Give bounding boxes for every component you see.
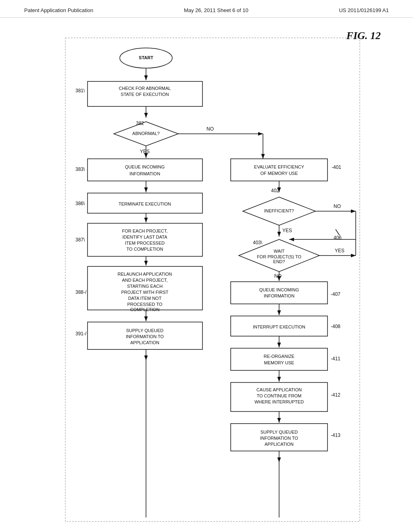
node-383-text: QUEUE INCOMING xyxy=(125,164,165,169)
header-patent-number: US 2011/0126199 A1 xyxy=(339,7,389,13)
node-411-text1: RE-ORGANIZE xyxy=(264,354,294,359)
label-383: 383\ xyxy=(75,166,85,172)
header: Patent Application Publication May 26, 2… xyxy=(0,0,413,18)
yes-label-403: YES xyxy=(335,248,344,254)
node-388-text4: PROJECT WITH FIRST xyxy=(121,290,168,295)
node-381-text2: STATE OF EXECUTION xyxy=(121,92,169,97)
node-413-text2: INFORMATION TO xyxy=(260,436,298,441)
node-403-text1: WAIT xyxy=(273,249,284,254)
label-411: -411 xyxy=(331,356,340,362)
yes-label-402: YES xyxy=(282,228,292,233)
node-387-text4: TO COMPLETION xyxy=(127,247,163,251)
label-386: 386\ xyxy=(75,201,85,206)
header-date-sheet: May 26, 2011 Sheet 6 of 10 xyxy=(184,7,248,13)
header-publication: Patent Application Publication xyxy=(24,7,93,13)
node-388-text7: COMPLETION xyxy=(130,307,160,312)
node-388-text2: AND EACH PROJECT, xyxy=(122,278,167,283)
node-388-text5: DATA ITEM NOT xyxy=(128,296,162,301)
label-401: -401 xyxy=(332,164,341,170)
node-403-text2: FOR PROJECT(S) TO xyxy=(257,254,302,259)
node-412-text1: CAUSE APPLICATION xyxy=(257,387,302,392)
node-411-text2: MEMORY USE xyxy=(264,360,294,365)
node-382-text: ABNORMAL? xyxy=(132,131,160,136)
label-412: -412 xyxy=(331,392,340,398)
no-label-402: NO xyxy=(334,204,341,209)
node-388-text6: PROCESSED TO xyxy=(127,302,162,307)
yes-label-382: YES xyxy=(140,149,150,154)
node-413-text1: SUPPLY QUEUED xyxy=(261,430,298,434)
no-label-403: NO xyxy=(274,273,282,279)
node-412-text3: WHERE INTERRUPTED xyxy=(254,399,304,404)
svg-rect-37 xyxy=(231,348,327,370)
svg-rect-33 xyxy=(231,282,327,304)
svg-rect-9 xyxy=(88,159,202,181)
label-407: -407 xyxy=(331,291,340,297)
node-407-text2: INFORMATION xyxy=(264,293,294,298)
node-383-text2: INFORMATION xyxy=(129,171,160,176)
svg-line-28 xyxy=(336,229,340,235)
node-391-text3: APPLICATION xyxy=(130,340,159,345)
main-content: FIG. 12 START 381\ xyxy=(0,18,413,532)
node-408-text: INTERRUPT EXECUTION xyxy=(253,324,305,329)
node-407-text1: QUEUE INCOMING xyxy=(259,287,299,292)
node-412-text2: TO CONTINUE FROM xyxy=(257,393,301,398)
node-391-text1: SUPPLY QUEUED xyxy=(126,328,164,333)
label-408: -408 xyxy=(331,324,340,329)
node-388-text3: STARTING EACH xyxy=(127,284,163,289)
start-label: START xyxy=(139,55,153,60)
node-388-text1: RELAUNCH APPLICATION xyxy=(118,272,172,276)
svg-rect-20 xyxy=(231,159,327,181)
node-387-text3: ITEM PROCESSED xyxy=(125,241,165,245)
label-413: -413 xyxy=(331,432,340,438)
label-381: 381\ xyxy=(75,88,85,94)
label-387: 387\ xyxy=(75,237,85,243)
svg-rect-1 xyxy=(65,38,360,522)
node-387-text2: IDENTIFY LAST DATA xyxy=(122,235,167,239)
node-401-text1: EVALUATE EFFICIENCY xyxy=(254,164,305,169)
node-387-text1: FOR EACH PROJECT, xyxy=(122,229,167,233)
node-401-text2: OF MEMORY USE xyxy=(260,171,298,176)
node-391-text2: INFORMATION TO xyxy=(126,334,164,339)
node-403-text3: END? xyxy=(273,259,285,264)
flowchart: START 381\ CHECK FOR ABNORMAL STATE OF E… xyxy=(33,34,380,530)
page: Patent Application Publication May 26, 2… xyxy=(0,0,413,532)
node-402-text: INEFFICIENT? xyxy=(264,208,294,213)
node-413-text3: APPLICATION xyxy=(265,442,294,447)
node-386-text: TERMINATE EXECUTION xyxy=(119,202,171,206)
node-381-text: CHECK FOR ABNORMAL xyxy=(119,86,171,91)
label-402: 402 xyxy=(271,188,279,193)
no-label-382: NO xyxy=(206,126,214,132)
label-388: 388-/ xyxy=(75,289,87,295)
label-391: 391-/ xyxy=(75,331,87,337)
label-406: 406 xyxy=(334,235,342,241)
label-403: 403\ xyxy=(253,240,263,245)
